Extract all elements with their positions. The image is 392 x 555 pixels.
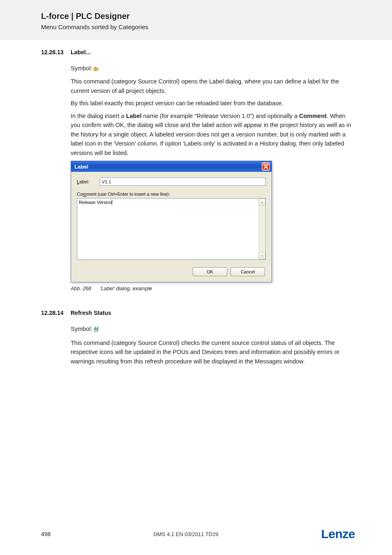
- symbol-label: Symbol:: [71, 65, 92, 72]
- doc-title: L-force | PLC Designer: [41, 12, 392, 21]
- doc-subtitle: Menu Commands sorted by Categories: [41, 23, 392, 30]
- section-title: Label...: [71, 49, 90, 56]
- label-field-label: Label:: [77, 179, 100, 184]
- chevron-down-icon: ▾: [261, 254, 263, 258]
- page-footer: 498 DMS 4.1 EN 03/2011 TD29 Lenze: [0, 527, 392, 541]
- dialog-button-row: OK Cancel: [77, 267, 266, 276]
- section-label-body: Symbol: This command (category Source Co…: [71, 64, 355, 157]
- comment-textarea[interactable]: Release Version: [77, 199, 258, 259]
- doc-id: DMS 4.1 EN 03/2011 TD29: [51, 531, 321, 537]
- scroll-down-button[interactable]: ▾: [259, 252, 265, 259]
- dialog-body: Label: Comment (use Ctrl+Enter to insert…: [71, 172, 272, 282]
- figure-caption: Abb. 268 'Label' dialog, example: [71, 286, 355, 291]
- section-title: Refresh Status: [71, 310, 111, 316]
- label-desc-1: This command (category Source Control) o…: [71, 77, 355, 95]
- page-header: L-force | PLC Designer Menu Commands sor…: [0, 0, 392, 40]
- text-cursor: [112, 200, 112, 205]
- scrollbar[interactable]: ▴ ▾: [258, 199, 265, 259]
- close-icon: [264, 164, 268, 170]
- refresh-desc: This command (category Source Control) c…: [71, 338, 355, 366]
- page-content: 12.28.13 Label... Symbol: This command (…: [0, 40, 392, 366]
- chevron-up-icon: ▴: [261, 200, 263, 204]
- figure-number: Abb. 268: [71, 286, 91, 291]
- section-number: 12.28.13: [41, 49, 71, 56]
- label-row: Label:: [77, 178, 266, 186]
- figure-caption-text: 'Label' dialog, example: [100, 286, 152, 291]
- comment-field-label: Comment (use Ctrl+Enter to insert a new …: [77, 192, 266, 197]
- scroll-up-button[interactable]: ▴: [259, 199, 265, 206]
- label-dialog-figure: Label Label: Comment (use Ctrl+Enter to …: [71, 161, 355, 282]
- label-desc-3: In the dialog insert a Label name (for e…: [71, 111, 355, 157]
- section-refresh: 12.28.14 Refresh Status: [41, 310, 355, 316]
- label-input[interactable]: [100, 178, 266, 186]
- page-number: 498: [41, 531, 51, 537]
- section-number: 12.28.14: [41, 310, 71, 316]
- label-dialog: Label Label: Comment (use Ctrl+Enter to …: [71, 161, 272, 282]
- section-refresh-body: Symbol: This command (category Source Co…: [71, 324, 355, 366]
- svg-point-0: [95, 69, 96, 69]
- refresh-status-icon: [94, 326, 100, 335]
- cancel-button[interactable]: Cancel: [231, 267, 265, 276]
- comment-textarea-wrap: Release Version ▴ ▾: [77, 198, 266, 260]
- lenze-logo: Lenze: [321, 527, 355, 541]
- section-label: 12.28.13 Label...: [41, 49, 355, 56]
- dialog-titlebar: Label: [71, 161, 272, 172]
- symbol-label: Symbol:: [71, 326, 92, 332]
- ok-button[interactable]: OK: [193, 267, 227, 276]
- dialog-title: Label: [74, 164, 88, 170]
- label-tag-icon: [94, 65, 99, 74]
- label-desc-2: By this label exactly this project versi…: [71, 99, 355, 108]
- close-button[interactable]: [262, 162, 270, 171]
